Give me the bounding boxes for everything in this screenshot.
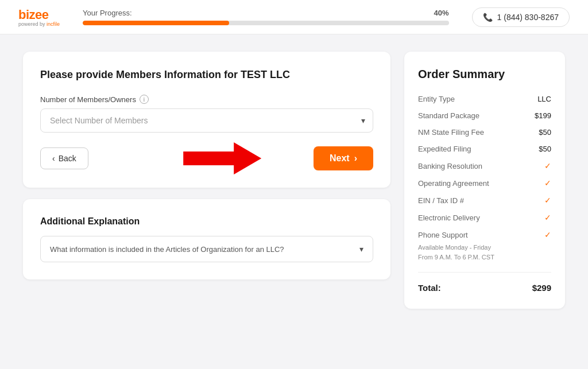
order-summary-card: Order Summary Entity Type LLC Standard P…: [404, 52, 565, 309]
explanation-title: Additional Explanation: [40, 216, 373, 227]
order-row: EIN / Tax ID # ✓: [418, 196, 551, 205]
progress-text: Your Progress:: [83, 9, 132, 17]
next-button[interactable]: Next ›: [314, 146, 373, 170]
order-total-row: Total: $299: [418, 283, 551, 293]
button-row: ‹ Back Next ›: [40, 146, 373, 170]
left-panel: Please provide Members Information for T…: [23, 52, 390, 309]
members-info-card: Please provide Members Information for T…: [23, 52, 390, 188]
main-content: Please provide Members Information for T…: [0, 34, 588, 326]
total-label: Total:: [418, 283, 441, 293]
explanation-card: Additional Explanation What information …: [23, 199, 390, 279]
header: bizee powered by incfile Your Progress: …: [0, 0, 588, 34]
order-rows: Entity Type LLC Standard Package $199 NM…: [418, 95, 551, 262]
phone-support-note: Available Monday - FridayFrom 9 A.M. To …: [418, 243, 551, 262]
chevron-right-icon: ›: [354, 153, 357, 164]
members-select-wrapper: Select Number of Members 1 2 3 4+ ▾: [40, 108, 373, 133]
back-button[interactable]: ‹ Back: [40, 147, 88, 169]
right-panel: Order Summary Entity Type LLC Standard P…: [404, 52, 565, 309]
chevron-down-icon: ▾: [359, 244, 363, 254]
total-value: $299: [532, 283, 551, 293]
check-icon: ✓: [544, 213, 551, 222]
logo-text: bizee: [18, 7, 60, 22]
order-summary-title: Order Summary: [418, 68, 551, 81]
order-row: Operating Agreement ✓: [418, 178, 551, 188]
logo: bizee powered by incfile: [18, 7, 60, 27]
logo-sub: powered by incfile: [18, 21, 60, 27]
info-icon[interactable]: i: [140, 95, 149, 104]
progress-bar-fill: [83, 21, 229, 25]
order-row: Phone Support ✓: [418, 230, 551, 239]
order-row: Banking Resolution ✓: [418, 161, 551, 170]
progress-percent: 40%: [434, 9, 449, 17]
order-row: Expedited Filing $50: [418, 145, 551, 153]
order-row: Standard Package $199: [418, 111, 551, 120]
order-row: Entity Type LLC: [418, 95, 551, 103]
arrow-annotation: [183, 142, 261, 174]
order-row: Electronic Delivery ✓: [418, 213, 551, 222]
logo-highlight: bi: [18, 7, 29, 22]
check-icon: ✓: [544, 196, 551, 205]
phone-icon: 📞: [483, 13, 493, 22]
progress-bar-background: [83, 21, 449, 25]
phone-number: 1 (844) 830-8267: [497, 13, 559, 22]
accordion-label: What information is included in the Arti…: [50, 245, 284, 254]
check-icon: ✓: [544, 161, 551, 170]
progress-area: Your Progress: 40%: [83, 9, 449, 25]
divider: [418, 272, 551, 273]
members-label: Number of Members/Owners i: [40, 95, 373, 104]
members-form-group: Number of Members/Owners i Select Number…: [40, 95, 373, 133]
phone-button[interactable]: 📞 1 (844) 830-8267: [472, 7, 570, 27]
members-select[interactable]: Select Number of Members 1 2 3 4+: [40, 108, 373, 133]
check-icon: ✓: [544, 230, 551, 239]
card-title: Please provide Members Information for T…: [40, 69, 373, 81]
check-icon: ✓: [544, 178, 551, 188]
chevron-left-icon: ‹: [52, 154, 55, 163]
arrow-head: [234, 142, 261, 174]
progress-label: Your Progress: 40%: [83, 9, 449, 17]
order-row: NM State Filing Fee $50: [418, 128, 551, 137]
accordion-item[interactable]: What information is included in the Arti…: [40, 236, 373, 262]
arrow-shaft: [183, 152, 235, 165]
